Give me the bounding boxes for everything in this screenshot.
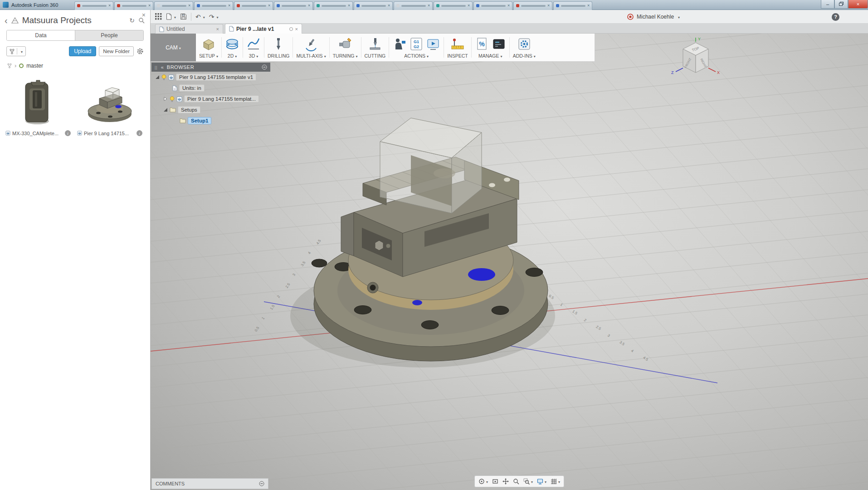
tab-data[interactable]: Data	[7, 30, 75, 40]
pan-button[interactable]	[501, 477, 510, 485]
model-3d[interactable]	[290, 118, 555, 368]
zoom-window-button[interactable]	[522, 477, 534, 485]
tree-item-label[interactable]: Setups	[178, 106, 200, 113]
upload-button[interactable]: Upload	[69, 46, 96, 56]
background-window-tab[interactable]: ×	[434, 1, 473, 10]
ribbon-group-cutting[interactable]: CUTTING	[361, 34, 389, 61]
expanded-icon[interactable]	[155, 75, 160, 79]
background-window-tab[interactable]: ×	[234, 1, 273, 10]
tab-close-icon[interactable]: ×	[188, 4, 190, 8]
tab-people[interactable]: People	[75, 30, 143, 40]
workspace-switcher[interactable]: CAM	[151, 34, 196, 61]
save-button[interactable]	[180, 13, 187, 20]
tree-item-subcomponent[interactable]: Pier 9 Lang 147155 templat...	[151, 93, 270, 104]
tree-item-units[interactable]: Units: in	[151, 83, 270, 93]
back-icon[interactable]	[5, 16, 8, 25]
tab-close-icon[interactable]: ×	[428, 4, 430, 8]
gear-icon[interactable]	[137, 48, 144, 55]
background-window-tab[interactable]: ×	[154, 1, 193, 10]
3d-viewport[interactable]: 4.543.532.521.510.50.511.522.533.544.5	[151, 34, 868, 490]
tab-close-icon[interactable]: ×	[228, 4, 230, 8]
record-icon[interactable]	[627, 13, 634, 20]
redo-button[interactable]	[209, 13, 219, 20]
visibility-bulb-icon[interactable]	[170, 96, 175, 102]
background-window-tab[interactable]: ×	[194, 1, 233, 10]
project-item-card[interactable]: Pier 9 Lang 14715... i	[75, 75, 144, 137]
expanded-icon[interactable]	[163, 108, 168, 112]
tree-item-setup1[interactable]: Setup1	[151, 115, 270, 126]
tab-close-icon[interactable]: ×	[468, 4, 470, 8]
data-panel-close-icon[interactable]: ×	[142, 11, 146, 19]
background-window-tab[interactable]: ×	[553, 1, 592, 10]
ribbon-group-turning[interactable]: TURNING	[330, 34, 361, 61]
info-icon[interactable]: i	[137, 130, 142, 136]
fit-view-button[interactable]	[491, 477, 500, 485]
tab-close-icon[interactable]: ×	[148, 4, 151, 8]
background-window-tab[interactable]: ×	[274, 1, 313, 10]
version-dropdown[interactable]	[6, 46, 26, 56]
ribbon-group-3d[interactable]: 3D	[243, 34, 264, 61]
minimize-panel-icon[interactable]	[262, 64, 267, 70]
projects-grid-icon[interactable]	[11, 17, 19, 24]
file-menu-button[interactable]	[166, 13, 176, 20]
tree-item-label[interactable]: Pier 9 Lang 147155 templat...	[184, 95, 259, 103]
tab-close-icon[interactable]: ×	[587, 4, 590, 8]
tab-close-icon[interactable]: ×	[268, 4, 270, 8]
close-button[interactable]: ×	[848, 0, 868, 9]
tree-item-label[interactable]: Pier 9 Lang 147155 template v1	[176, 74, 256, 81]
comments-bar[interactable]: COMMENTS	[151, 478, 268, 489]
tab-close-icon[interactable]: ×	[308, 4, 310, 8]
background-window-tab[interactable]: ×	[74, 1, 113, 10]
ribbon-group-inspect[interactable]: INSPECT	[444, 34, 471, 61]
tree-item-setups-folder[interactable]: Setups	[151, 104, 270, 115]
view-cube[interactable]: Y TOP FRONT RIGHT X Z	[668, 35, 724, 83]
ribbon-group-setup[interactable]: SETUP	[196, 34, 221, 61]
minimize-panel-icon[interactable]	[259, 481, 264, 486]
info-icon[interactable]: i	[65, 130, 71, 136]
background-window-tab[interactable]: ×	[473, 1, 512, 10]
grid-layout-button[interactable]	[549, 477, 561, 485]
ribbon-group-2d[interactable]: 2D	[222, 34, 243, 61]
background-window-tab[interactable]: ×	[394, 1, 433, 10]
refresh-icon[interactable]	[129, 17, 135, 24]
tree-item-label[interactable]: Units: in	[179, 84, 205, 92]
tab-close-icon[interactable]: ×	[216, 26, 219, 32]
document-tab-untitled[interactable]: Untitled ×	[155, 24, 223, 34]
new-folder-button[interactable]: New Folder	[99, 46, 134, 56]
project-item-card[interactable]: MX-330_CAMplete... i	[4, 75, 73, 137]
undo-button[interactable]	[195, 13, 205, 20]
panel-grip-icon[interactable]	[155, 64, 158, 70]
restore-button[interactable]	[834, 0, 848, 9]
collapsed-icon[interactable]	[163, 97, 168, 101]
ribbon-group-drilling[interactable]: DRILLING	[264, 34, 293, 61]
branch-row[interactable]: master	[7, 63, 144, 69]
background-window-tab[interactable]: ×	[354, 1, 393, 10]
tab-close-icon[interactable]: ×	[507, 4, 510, 8]
background-window-tab[interactable]: ×	[513, 1, 552, 10]
tab-close-icon[interactable]: ×	[295, 26, 298, 32]
item-thumbnail[interactable]	[75, 75, 144, 129]
apps-grid-icon[interactable]	[155, 13, 162, 20]
zoom-button[interactable]	[512, 477, 521, 485]
visibility-bulb-icon[interactable]	[161, 74, 166, 80]
ribbon-group-multiaxis[interactable]: MULTI-AXIS	[293, 34, 329, 61]
tab-close-icon[interactable]: ×	[547, 4, 550, 8]
ribbon-group-manage[interactable]: % MANAGE	[472, 34, 509, 61]
background-window-tab[interactable]: ×	[114, 1, 153, 10]
collapse-panel-icon[interactable]	[161, 64, 164, 70]
help-button[interactable]: ?	[832, 13, 839, 21]
item-thumbnail[interactable]	[4, 75, 73, 129]
orbit-button[interactable]	[477, 477, 489, 485]
tab-close-icon[interactable]: ×	[388, 4, 390, 8]
display-settings-button[interactable]	[536, 477, 548, 485]
background-window-tab[interactable]: ×	[314, 1, 353, 10]
user-name[interactable]: Michael Koehle	[637, 14, 674, 20]
document-tab-active[interactable]: Pier 9 ...late v1 ×	[225, 24, 302, 34]
tree-item-label-selected[interactable]: Setup1	[188, 117, 211, 124]
tree-item-root-component[interactable]: Pier 9 Lang 147155 template v1	[151, 72, 270, 83]
browser-header[interactable]: BROWSER	[151, 63, 270, 72]
tab-close-icon[interactable]: ×	[108, 4, 111, 8]
ribbon-group-addins[interactable]: ADD-INS	[510, 34, 539, 61]
chevron-down-icon[interactable]	[677, 14, 680, 20]
tab-close-icon[interactable]: ×	[348, 4, 350, 8]
